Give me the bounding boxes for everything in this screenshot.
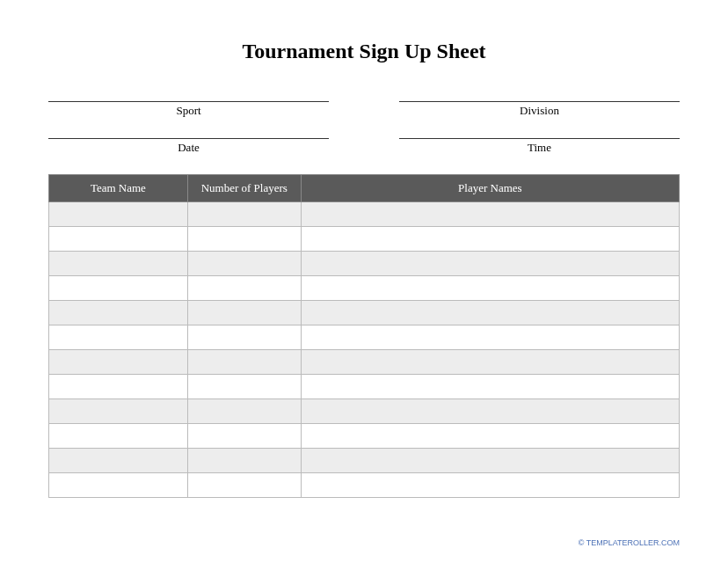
table-cell[interactable] — [49, 449, 188, 473]
table-row — [49, 449, 680, 473]
table-cell[interactable] — [301, 350, 679, 375]
table-row — [49, 424, 680, 449]
table-cell[interactable] — [301, 375, 679, 399]
table-cell[interactable] — [301, 325, 679, 350]
table-row — [49, 350, 680, 375]
field-sport-label: Sport — [176, 104, 200, 118]
table-header-row: Team Name Number of Players Player Names — [49, 175, 680, 202]
info-fields: Sport Division Date Time — [48, 88, 680, 155]
table-cell[interactable] — [301, 473, 679, 498]
table-cell[interactable] — [301, 202, 679, 227]
table-row — [49, 325, 680, 350]
table-cell[interactable] — [49, 227, 188, 252]
footer-attribution: © TEMPLATEROLLER.COM — [579, 538, 680, 547]
header-player-names: Player Names — [301, 175, 679, 202]
table-cell[interactable] — [187, 325, 301, 350]
field-time-line[interactable] — [399, 125, 680, 139]
table-cell[interactable] — [187, 301, 301, 325]
table-cell[interactable] — [187, 227, 301, 252]
field-date-label: Date — [178, 141, 200, 155]
table-cell[interactable] — [301, 449, 679, 473]
field-division-label: Division — [520, 104, 559, 118]
table-cell[interactable] — [187, 449, 301, 473]
field-division: Division — [399, 88, 680, 118]
table-cell[interactable] — [49, 350, 188, 375]
table-cell[interactable] — [187, 202, 301, 227]
table-cell[interactable] — [301, 227, 679, 252]
table-cell[interactable] — [49, 252, 188, 276]
table-row — [49, 375, 680, 399]
table-row — [49, 473, 680, 498]
field-sport-line[interactable] — [48, 88, 329, 102]
table-cell[interactable] — [49, 325, 188, 350]
field-date: Date — [48, 125, 329, 155]
table-cell[interactable] — [187, 252, 301, 276]
table-cell[interactable] — [301, 424, 679, 449]
fields-row-1: Sport Division — [48, 88, 680, 118]
field-date-line[interactable] — [48, 125, 329, 139]
table-cell[interactable] — [187, 473, 301, 498]
table-cell[interactable] — [49, 399, 188, 424]
table-cell[interactable] — [49, 202, 188, 227]
table-cell[interactable] — [187, 350, 301, 375]
table-cell[interactable] — [49, 301, 188, 325]
table-cell[interactable] — [301, 399, 679, 424]
table-cell[interactable] — [187, 424, 301, 449]
signup-table: Team Name Number of Players Player Names — [48, 174, 680, 498]
table-cell[interactable] — [49, 276, 188, 301]
field-time-label: Time — [528, 141, 551, 155]
fields-row-2: Date Time — [48, 125, 680, 155]
field-sport: Sport — [48, 88, 329, 118]
page-title: Tournament Sign Up Sheet — [48, 40, 680, 63]
table-row — [49, 202, 680, 227]
table-row — [49, 301, 680, 325]
field-time: Time — [399, 125, 680, 155]
table-cell[interactable] — [301, 276, 679, 301]
table-cell[interactable] — [187, 399, 301, 424]
table-cell[interactable] — [49, 473, 188, 498]
table-cell[interactable] — [301, 301, 679, 325]
table-cell[interactable] — [49, 424, 188, 449]
table-cell[interactable] — [49, 375, 188, 399]
header-number-players: Number of Players — [187, 175, 301, 202]
table-cell[interactable] — [187, 276, 301, 301]
table-row — [49, 276, 680, 301]
table-row — [49, 227, 680, 252]
table-row — [49, 399, 680, 424]
field-division-line[interactable] — [399, 88, 680, 102]
header-team-name: Team Name — [49, 175, 188, 202]
table-cell[interactable] — [187, 375, 301, 399]
table-cell[interactable] — [301, 252, 679, 276]
table-row — [49, 252, 680, 276]
